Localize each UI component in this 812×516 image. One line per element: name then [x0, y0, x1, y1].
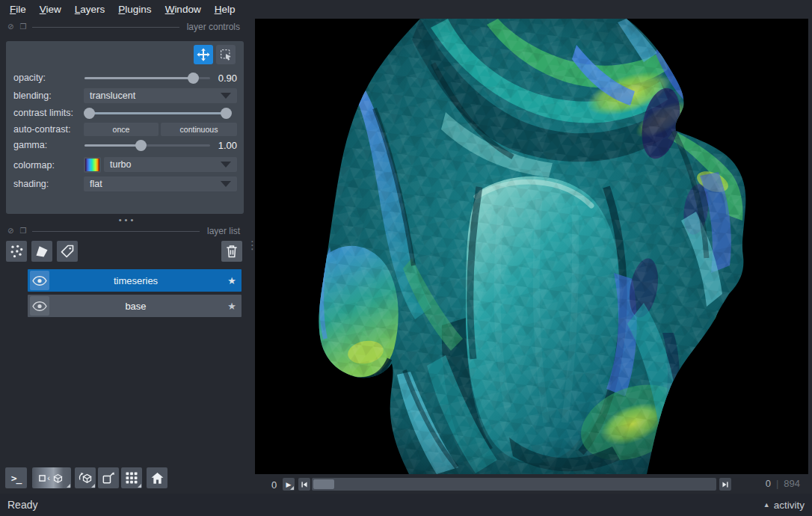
panel-splitter-handle[interactable]: ••• — [0, 215, 255, 224]
layer-list-header: ⊘ ❐ layer list — [0, 225, 255, 237]
shading-value: flat — [90, 179, 221, 189]
home-reset-view-button[interactable] — [147, 467, 167, 488]
once-label: once — [113, 125, 130, 134]
opacity-label: opacity: — [13, 73, 46, 83]
chevron-down-icon — [221, 181, 231, 187]
shapes-icon — [34, 244, 49, 259]
grid-icon — [125, 471, 138, 485]
contrast-high-handle[interactable] — [221, 108, 232, 119]
header-divider — [32, 27, 179, 28]
frame-slider[interactable] — [312, 478, 716, 491]
layer-name: timeseries — [49, 275, 222, 286]
menu-plugins[interactable]: Plugins — [111, 1, 158, 17]
toggle-2d-3d-button[interactable]: ‹ — [32, 467, 71, 488]
transform-icon — [219, 48, 233, 61]
roll-dimensions-button[interactable] — [75, 467, 96, 488]
transpose-dimensions-button[interactable] — [98, 467, 119, 488]
float-panel-icon[interactable]: ❐ — [19, 227, 26, 235]
gamma-value: 1.00 — [218, 140, 237, 151]
home-icon — [150, 471, 164, 485]
contrast-low-handle[interactable] — [84, 108, 95, 119]
layer-controls-header: ⊘ ❐ layer controls — [0, 21, 255, 33]
napari-window: File View Layers Plugins Window Help ⊘ ❐… — [0, 0, 812, 516]
opacity-slider[interactable] — [84, 72, 210, 84]
menu-layers[interactable]: Layers — [68, 1, 112, 17]
cube-3d-icon — [52, 472, 64, 485]
delete-layer-button[interactable] — [221, 241, 242, 262]
chevron-down-icon — [221, 162, 231, 168]
new-shapes-layer-button[interactable] — [31, 241, 52, 262]
play-button[interactable]: ▶ — [283, 478, 295, 491]
contrast-limits-slider[interactable] — [84, 107, 231, 119]
transform-button[interactable] — [216, 45, 236, 64]
visibility-eye-icon[interactable] — [30, 271, 49, 290]
left-dock: ⊘ ❐ layer controls — [0, 18, 255, 494]
menu-view[interactable]: View — [33, 1, 68, 17]
frame-slider-handle[interactable] — [313, 479, 334, 489]
move-arrows-icon — [197, 48, 210, 61]
continuous-label: continuous — [180, 125, 218, 134]
colormap-value: turbo — [110, 159, 221, 170]
header-divider — [32, 231, 200, 232]
hide-panel-icon[interactable]: ⊘ — [7, 23, 13, 31]
auto-contrast-once-button[interactable]: once — [84, 123, 159, 136]
colormap-thumbnail[interactable] — [84, 157, 101, 173]
skip-start-icon — [301, 481, 308, 488]
layer-row-base[interactable]: base ★ — [28, 295, 242, 317]
play-icon: ▶ — [286, 481, 292, 488]
gamma-slider[interactable] — [84, 139, 210, 151]
transpose-icon — [101, 470, 116, 485]
pan-zoom-button[interactable] — [194, 45, 213, 64]
dims-slider-row: 0 ▶ 0 | 894 — [255, 476, 812, 494]
blending-label: blending: — [13, 90, 52, 101]
contrast-limits-label: contrast limits: — [13, 108, 73, 118]
activity-label: activity — [774, 500, 805, 511]
star-icon[interactable]: ★ — [222, 301, 242, 312]
menu-help[interactable]: Help — [208, 1, 242, 17]
jump-to-start-button[interactable] — [298, 478, 310, 491]
float-panel-icon[interactable]: ❐ — [19, 23, 26, 31]
blending-value: translucent — [90, 90, 221, 101]
activity-toggle[interactable]: ▲ activity — [763, 500, 805, 511]
current-frame: 0 — [766, 478, 771, 489]
colormap-label: colormap: — [13, 160, 55, 171]
frame-counter: 0 | 894 — [766, 478, 800, 489]
gamma-label: gamma: — [13, 140, 47, 150]
layer-controls-panel: opacity: 0.90 blending: translucent cont… — [6, 41, 244, 214]
menu-bar: File View Layers Plugins Window Help — [0, 0, 812, 18]
menu-window[interactable]: Window — [159, 1, 208, 17]
dock-resize-handle[interactable]: ⋮⋮ — [247, 242, 253, 248]
colormap-dropdown[interactable]: turbo — [104, 157, 237, 172]
points-icon — [9, 244, 24, 259]
jump-to-end-button[interactable] — [719, 478, 731, 491]
layer-controls-title: layer controls — [187, 22, 240, 32]
viewer-area: 0 ▶ 0 | 894 — [255, 18, 812, 494]
hide-panel-icon[interactable]: ⊘ — [7, 227, 13, 235]
total-frames: 894 — [784, 478, 800, 489]
labels-tag-icon — [60, 244, 75, 259]
visibility-eye-icon[interactable] — [30, 296, 49, 316]
new-points-layer-button[interactable] — [6, 241, 27, 262]
surface-render — [255, 19, 808, 474]
star-icon[interactable]: ★ — [222, 275, 242, 286]
viewer-canvas[interactable] — [255, 19, 808, 474]
skip-end-icon — [722, 481, 729, 488]
gamma-slider-handle[interactable] — [135, 140, 147, 151]
new-labels-layer-button[interactable] — [57, 241, 78, 262]
square-2d-icon — [39, 475, 46, 482]
activity-expand-icon: ▲ — [763, 501, 770, 509]
roll-cube-icon — [78, 470, 93, 485]
grid-view-button[interactable] — [121, 467, 142, 488]
layer-name: base — [49, 301, 222, 312]
status-message: Ready — [7, 499, 37, 511]
layer-row-timeseries[interactable]: timeseries ★ — [28, 269, 242, 292]
opacity-slider-handle[interactable] — [188, 73, 199, 84]
menu-file[interactable]: File — [3, 1, 33, 17]
console-button[interactable]: >_ — [5, 467, 27, 488]
blending-dropdown[interactable]: translucent — [84, 88, 237, 103]
auto-contrast-continuous-button[interactable]: continuous — [161, 123, 237, 136]
shading-dropdown[interactable]: flat — [84, 176, 237, 191]
opacity-value: 0.90 — [218, 73, 237, 84]
auto-contrast-label: auto-contrast: — [13, 124, 70, 135]
chevron-left-icon: ‹ — [47, 473, 50, 482]
